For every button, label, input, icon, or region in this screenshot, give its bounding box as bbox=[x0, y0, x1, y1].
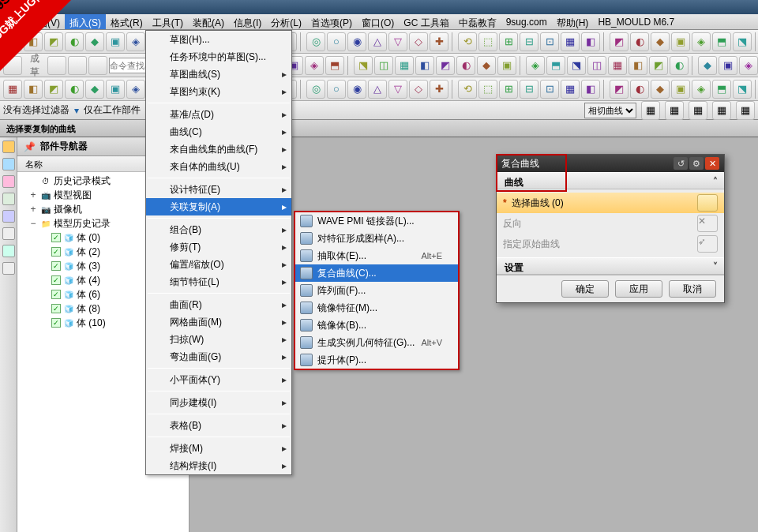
menu-item[interactable]: 9sug.com bbox=[501, 14, 552, 29]
menu-item[interactable]: 插入(S) bbox=[65, 14, 106, 29]
menu-item[interactable]: 信息(I) bbox=[229, 14, 266, 29]
menu-item[interactable]: 格式(R) bbox=[106, 14, 148, 29]
toolbar-icon[interactable]: ▦ bbox=[395, 56, 414, 75]
visibility-check[interactable]: ✓ bbox=[51, 318, 61, 328]
menu-item[interactable]: 网格曲面(M)▸ bbox=[146, 313, 291, 331]
menu-item[interactable]: 组合(B)▸ bbox=[146, 221, 291, 238]
resource-tab-icon[interactable] bbox=[2, 210, 15, 223]
menu-item[interactable]: GC 工具箱 bbox=[399, 14, 453, 29]
toolbar-icon[interactable]: ▣ bbox=[106, 32, 125, 51]
menu-item[interactable]: 来自体的曲线(U)▸ bbox=[146, 158, 291, 175]
toolbar-icon[interactable]: ⟲ bbox=[458, 32, 477, 51]
toolbar-icon[interactable]: ◧ bbox=[581, 32, 600, 51]
menu-item[interactable]: 扫掠(W)▸ bbox=[146, 331, 291, 348]
menu-item[interactable]: 表格(B)▸ bbox=[146, 417, 291, 434]
toolbar-icon[interactable]: ◆ bbox=[85, 32, 104, 51]
toolbar-icon[interactable]: ▦ bbox=[561, 80, 580, 99]
toolbar-icon[interactable]: ◉ bbox=[347, 32, 366, 51]
toolbar-icon[interactable] bbox=[68, 56, 87, 75]
toolbar-icon[interactable] bbox=[47, 56, 66, 75]
menu-item[interactable]: HB_MOULD M6.7 bbox=[593, 14, 679, 29]
toolbar-icon[interactable]: ⬒ bbox=[325, 56, 344, 75]
toolbar-icon[interactable]: △ bbox=[368, 32, 387, 51]
toolbar-icon[interactable]: ◧ bbox=[24, 80, 43, 99]
menu-item[interactable]: 偏置/缩放(O)▸ bbox=[146, 256, 291, 273]
toolbar-icon[interactable]: ▣ bbox=[106, 80, 125, 99]
toolbar-icon[interactable]: ⊞ bbox=[499, 32, 518, 51]
toolbar-icon[interactable]: ◆ bbox=[651, 32, 670, 51]
filter-icon[interactable]: ▦ bbox=[712, 101, 731, 120]
toolbar-icon[interactable]: ◐ bbox=[65, 32, 84, 51]
menu-item[interactable]: 分析(L) bbox=[266, 14, 306, 29]
toolbar-icon[interactable]: ◆ bbox=[85, 80, 104, 99]
resource-tab-icon[interactable] bbox=[2, 245, 15, 257]
menu-item[interactable]: 弯边曲面(G)▸ bbox=[146, 348, 291, 365]
toolbar-icon[interactable]: ◎ bbox=[306, 32, 325, 51]
menu-item[interactable]: 草图曲线(S)▸ bbox=[146, 66, 291, 83]
menu-item[interactable]: 小平面体(Y)▸ bbox=[146, 371, 291, 388]
dialog-close-icon[interactable]: ✕ bbox=[705, 157, 719, 170]
menu-item[interactable]: 曲线(C)▸ bbox=[146, 123, 291, 140]
toolbar-icon[interactable]: ⬔ bbox=[733, 32, 752, 51]
cancel-button[interactable]: 取消 bbox=[669, 280, 716, 298]
visibility-check[interactable]: ✓ bbox=[51, 275, 61, 285]
menu-item[interactable]: 设计特征(E)▸ bbox=[146, 181, 291, 198]
toolbar-icon[interactable]: ⬔ bbox=[733, 80, 752, 99]
toolbar-icon[interactable]: ◆ bbox=[698, 56, 717, 75]
toolbar-icon[interactable]: ⬚ bbox=[478, 32, 497, 51]
visibility-check[interactable]: ✓ bbox=[51, 233, 61, 242]
toolbar-icon[interactable]: ⬒ bbox=[546, 56, 565, 75]
visibility-check[interactable]: ✓ bbox=[51, 290, 61, 299]
toolbar-icon[interactable]: ⬒ bbox=[712, 80, 731, 99]
toolbar-icon[interactable]: ⊡ bbox=[540, 32, 559, 51]
visibility-check[interactable]: ✓ bbox=[51, 247, 61, 257]
dialog-settings-icon[interactable]: ⚙ bbox=[689, 157, 704, 170]
menu-item[interactable]: 工具(T) bbox=[148, 14, 188, 29]
toolbar-icon[interactable]: ◈ bbox=[692, 32, 711, 51]
menu-item[interactable]: 基准/点(D)▸ bbox=[146, 106, 291, 123]
menu-item[interactable]: 同步建模(I)▸ bbox=[146, 394, 291, 411]
submenu-item[interactable]: 提升体(P)... bbox=[295, 351, 458, 369]
dialog-section-settings[interactable]: 设置˅ bbox=[497, 257, 724, 275]
toolbar-icon[interactable]: ◈ bbox=[526, 56, 545, 75]
toolbar-icon[interactable]: ✚ bbox=[430, 32, 448, 51]
toolbar-icon[interactable]: ◩ bbox=[44, 80, 63, 99]
dialog-reset-icon[interactable]: ↺ bbox=[674, 157, 688, 170]
resource-tab-icon[interactable] bbox=[2, 158, 15, 170]
ok-button[interactable]: 确定 bbox=[561, 280, 609, 298]
submenu-item[interactable]: 复合曲线(C)... bbox=[295, 264, 458, 282]
toolbar-icon[interactable]: ▦ bbox=[3, 32, 22, 51]
toolbar-icon[interactable]: ◈ bbox=[692, 80, 711, 99]
select-curve-icon[interactable] bbox=[697, 194, 718, 212]
toolbar-icon[interactable]: ◉ bbox=[347, 80, 366, 99]
toolbar-icon[interactable]: ◈ bbox=[126, 80, 145, 99]
dialog-section-curve[interactable]: 曲线˄ bbox=[497, 172, 724, 189]
resource-tab-icon[interactable] bbox=[2, 262, 15, 275]
toolbar-icon[interactable]: ⬚ bbox=[478, 80, 497, 99]
toolbar-icon[interactable]: ◩ bbox=[610, 32, 629, 51]
menu-item[interactable]: 装配(A) bbox=[188, 14, 229, 29]
toolbar-icon[interactable]: ▽ bbox=[388, 80, 407, 99]
menu-item[interactable]: 任务环境中的草图(S)... bbox=[146, 48, 291, 66]
menu-item[interactable]: 中磊教育 bbox=[454, 14, 501, 29]
toolbar-icon[interactable]: ◐ bbox=[65, 80, 84, 99]
submenu-item[interactable]: WAVE PMI 链接器(L)... bbox=[295, 212, 458, 230]
toolbar-icon[interactable]: ⬔ bbox=[354, 56, 373, 75]
menu-item[interactable]: 细节特征(L)▸ bbox=[146, 273, 291, 290]
toolbar-icon[interactable]: ▦ bbox=[3, 80, 22, 99]
menu-item[interactable]: 来自曲线集的曲线(F)▸ bbox=[146, 140, 291, 158]
toolbar-icon[interactable]: ◐ bbox=[630, 80, 649, 99]
submenu-item[interactable]: 抽取体(E)...Alt+E bbox=[295, 247, 458, 264]
submenu-item[interactable]: 生成实例几何特征(G)...Alt+V bbox=[295, 334, 458, 351]
toolbar-icon[interactable]: ◇ bbox=[409, 80, 428, 99]
submenu-item[interactable]: 镜像特征(M)... bbox=[295, 299, 458, 317]
toolbar-icon[interactable]: ◎ bbox=[306, 80, 325, 99]
menu-item[interactable]: 修剪(T)▸ bbox=[146, 238, 291, 256]
menu-item[interactable]: 视图(V) bbox=[24, 14, 65, 29]
toolbar-icon[interactable]: ○ bbox=[327, 80, 346, 99]
submenu-item[interactable]: 阵列面(F)... bbox=[295, 282, 458, 299]
toolbar-icon[interactable]: ⟲ bbox=[458, 80, 477, 99]
toolbar-icon[interactable]: ▦ bbox=[561, 32, 580, 51]
toolbar-icon[interactable]: ⊞ bbox=[499, 80, 518, 99]
toolbar-icon[interactable]: ◩ bbox=[44, 32, 63, 51]
